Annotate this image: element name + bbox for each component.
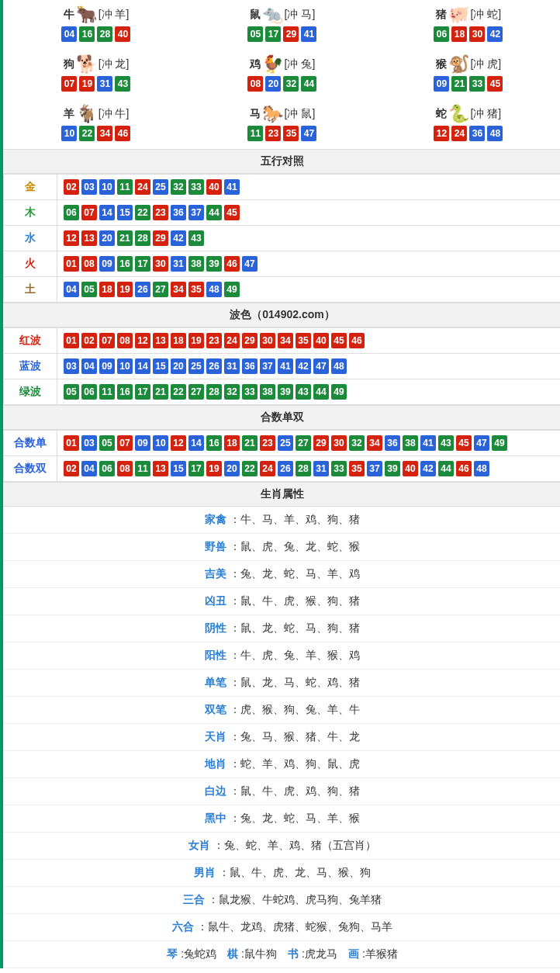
zodiac-name: 蛇 (436, 107, 447, 121)
number-ball: 31 (224, 358, 240, 374)
zodiac-grid: 牛🐂[冲 羊]04162840鼠🐀[冲 马]05172941猪🐖[冲 蛇]061… (3, 0, 560, 149)
number-ball: 25 (188, 358, 204, 374)
number-ball: 12 (64, 230, 79, 246)
number-ball: 08 (117, 333, 133, 348)
number-ball: 39 (278, 384, 293, 400)
number-ball: 38 (403, 435, 418, 451)
attr-row: 家禽：牛、马、羊、鸡、狗、猪 (3, 507, 560, 534)
number-ball: 47 (301, 126, 316, 141)
number-ball: 48 (474, 461, 489, 476)
row-numbers: 02031011242532334041 (57, 175, 561, 200)
number-ball: 32 (283, 76, 299, 92)
number-ball: 22 (171, 384, 186, 400)
number-ball: 17 (135, 384, 150, 400)
table-row: 金02031011242532334041 (4, 175, 561, 200)
number-ball: 33 (188, 179, 204, 195)
zodiac-icon: 🐀 (262, 6, 283, 23)
wuxing-header: 五行对照 (3, 149, 560, 174)
number-ball: 39 (385, 461, 400, 476)
zodiac-cell: 蛇🐍[冲 猪]12243648 (375, 99, 560, 149)
zodiac-numbers: 05172941 (247, 26, 316, 42)
zodiac-cell: 马🐎[冲 鼠]11233547 (189, 99, 375, 149)
footer-key: 画 (348, 947, 359, 960)
number-ball: 36 (171, 205, 186, 220)
number-ball: 13 (153, 333, 168, 348)
number-ball: 08 (81, 256, 97, 272)
number-ball: 33 (469, 76, 485, 92)
number-ball: 18 (451, 26, 467, 42)
number-ball: 41 (420, 435, 436, 451)
zodiac-numbers: 12243648 (434, 126, 503, 141)
zodiac-numbers: 06183042 (434, 26, 503, 42)
attr-key: 女肖 (188, 839, 210, 851)
number-ball: 03 (81, 435, 97, 451)
number-ball: 43 (296, 384, 311, 400)
zodiac-cell: 鸡🐓[冲 兔]08203244 (189, 50, 375, 99)
attr-key: 白边 (205, 784, 226, 797)
attr-value: ：牛、虎、兔、羊、猴、鸡 (230, 649, 360, 661)
table-row: 合数单0103050709101214161821232527293032343… (4, 431, 561, 456)
number-ball: 02 (64, 179, 79, 195)
zodiac-numbers: 11233547 (247, 126, 316, 141)
zodiac-cell: 羊🐐[冲 牛]10223446 (3, 99, 189, 149)
number-ball: 15 (171, 461, 186, 476)
table-row: 土04051819262734354849 (4, 277, 561, 303)
number-ball: 01 (64, 333, 79, 348)
row-label: 水 (4, 226, 57, 251)
number-ball: 41 (278, 358, 293, 374)
number-ball: 44 (206, 205, 222, 220)
attr-value: ：鼠、虎、兔、龙、蛇、猴 (230, 540, 360, 552)
number-ball: 22 (135, 205, 150, 220)
zodiac-icon: 🐐 (76, 106, 97, 123)
number-ball: 06 (64, 205, 79, 220)
zodiac-chong: [冲 兔] (285, 57, 316, 71)
zodiac-numbers: 10223446 (61, 126, 130, 141)
number-ball: 04 (61, 26, 77, 42)
row-numbers: 0103050709101214161821232527293032343638… (57, 431, 561, 456)
row-numbers: 04051819262734354849 (57, 277, 561, 303)
attr-row: 阴性：鼠、龙、蛇、马、狗、猪 (3, 615, 560, 642)
wuxing-table: 金02031011242532334041木060714152223363744… (3, 174, 560, 303)
number-ball: 06 (81, 384, 97, 400)
attr-key: 阳性 (205, 649, 226, 661)
number-ball: 16 (117, 384, 133, 400)
attr-row: 阳性：牛、虎、兔、羊、猴、鸡 (3, 642, 560, 670)
number-ball: 19 (117, 282, 133, 297)
row-numbers: 0204060811131517192022242628313335373940… (57, 456, 561, 482)
row-numbers: 1213202128294243 (57, 226, 561, 251)
zodiac-icon: 🐓 (262, 56, 283, 73)
number-ball: 42 (420, 461, 436, 476)
number-ball: 49 (492, 435, 507, 451)
row-numbers: 06071415222336374445 (57, 200, 561, 226)
zodiac-chong: [冲 猪] (471, 107, 502, 121)
footer-value: :羊猴猪 (362, 947, 398, 960)
zodiac-name: 鸡 (250, 57, 261, 71)
attrs-footer: 琴:兔蛇鸡 棋:鼠牛狗 书:虎龙马 画:羊猴猪 (3, 941, 560, 968)
zodiac-numbers: 09213345 (434, 76, 503, 92)
zodiac-cell: 狗🐕[冲 龙]07193143 (3, 50, 189, 99)
heshu-header: 合数单双 (3, 405, 560, 430)
attr-value: ：鼠龙猴、牛蛇鸡、虎马狗、兔羊猪 (208, 893, 382, 905)
attr-row: 地肖：蛇、羊、鸡、狗、鼠、虎 (3, 751, 560, 778)
attr-key: 家禽 (205, 513, 226, 525)
number-ball: 48 (206, 282, 222, 297)
number-ball: 48 (331, 358, 347, 374)
zodiac-chong: [冲 马] (285, 8, 316, 22)
number-ball: 06 (99, 461, 115, 476)
row-label: 蓝波 (4, 354, 57, 379)
table-row: 蓝波03040910141520252631363741424748 (4, 354, 561, 379)
attr-key: 阴性 (205, 622, 226, 634)
row-label: 红波 (4, 328, 57, 354)
number-ball: 36 (385, 435, 400, 451)
number-ball: 05 (99, 435, 115, 451)
number-ball: 35 (188, 282, 204, 297)
number-ball: 37 (188, 205, 204, 220)
number-ball: 18 (224, 435, 240, 451)
footer-value: :虎龙马 (302, 947, 348, 960)
table-row: 木06071415222336374445 (4, 200, 561, 226)
number-ball: 10 (153, 435, 168, 451)
row-label: 金 (4, 175, 57, 200)
table-row: 火0108091617303138394647 (4, 251, 561, 277)
attr-key: 野兽 (205, 540, 226, 552)
number-ball: 40 (403, 461, 418, 476)
